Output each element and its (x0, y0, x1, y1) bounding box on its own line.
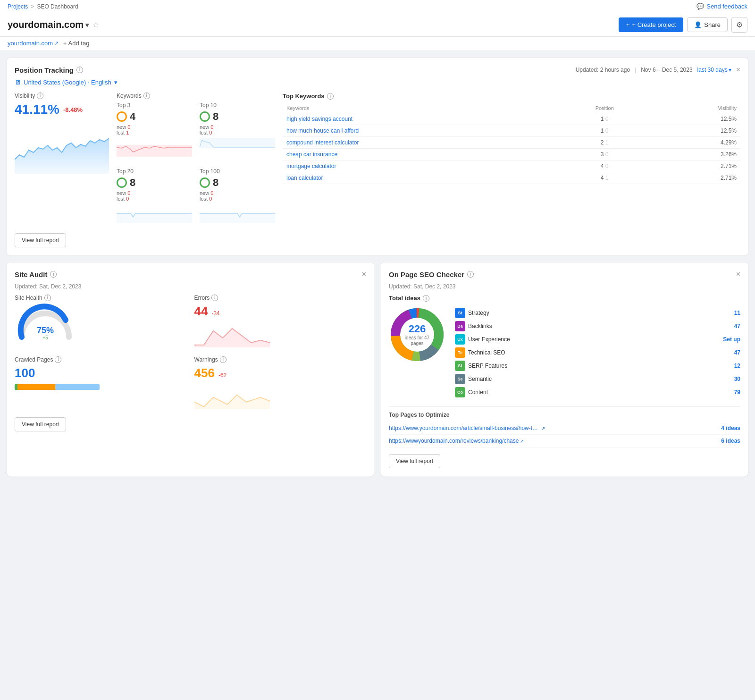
visibility-sparkline (15, 122, 109, 174)
sa-view-report-button[interactable]: View full report (15, 417, 66, 431)
top100-metric: Top 100 8 new 0 lost 0 (200, 168, 275, 227)
on-page-seo-title: On Page SEO Checker (389, 270, 464, 278)
donut-center: 226 ideas for 47 pages (405, 323, 429, 346)
legend-count[interactable]: Set up (723, 336, 740, 343)
errors-value: 44 (194, 304, 208, 319)
keyword-position: 4 0 (560, 160, 650, 172)
keyword-name[interactable]: cheap car insurance (283, 149, 560, 160)
location-chevron-icon: ▾ (114, 79, 117, 86)
top10-circle-icon (200, 111, 210, 122)
top-keywords-info-icon[interactable]: i (327, 93, 334, 100)
pt-view-report-label: View full report (22, 237, 59, 244)
on-page-seo-updated: Updated: Sat, Dec 2, 2023 (389, 283, 740, 290)
page-ideas-count[interactable]: 6 ideas (721, 438, 740, 444)
keyword-name[interactable]: loan calculator (283, 172, 560, 184)
visibility-number: 41.11% (15, 102, 59, 117)
keywords-info-icon[interactable]: i (143, 93, 150, 99)
site-audit-card: Site Audit i × Updated: Sat, Dec 2, 2023… (7, 262, 374, 476)
external-link-icon: ↗ (541, 426, 545, 431)
add-tag-button[interactable]: + Add tag (63, 40, 89, 47)
page-url[interactable]: https://wwwyourdomain.com/reviews/bankin… (389, 438, 721, 444)
visibility-info-icon[interactable]: i (37, 93, 43, 99)
legend-badge: Sf (455, 361, 465, 371)
breadcrumb-sep: > (31, 3, 34, 10)
top3-sub: new 0 (117, 124, 192, 130)
table-row: cheap car insurance 3 0 3.26% (283, 149, 740, 160)
crawled-pages-bar (15, 384, 100, 390)
keyword-name[interactable]: compound interest calculator (283, 137, 560, 149)
pt-view-report-button[interactable]: View full report (15, 233, 66, 247)
keyword-name[interactable]: how much house can i afford (283, 125, 560, 137)
top10-sub: new 0 (200, 124, 275, 130)
breadcrumb-current: SEO Dashboard (37, 3, 78, 10)
site-health-info-icon[interactable]: i (44, 295, 51, 301)
visibility-label: Visibility i (15, 93, 109, 99)
top3-value: 4 (130, 110, 135, 123)
position-tracking-info-icon[interactable]: i (76, 67, 83, 73)
site-health-change-text: +5 (42, 335, 48, 340)
last30-dropdown[interactable]: last 30 days ▾ (697, 67, 731, 73)
top100-value: 8 (213, 177, 218, 189)
site-audit-content: Site Health i 75% +5 (15, 295, 366, 411)
external-link-icon: ↗ (520, 439, 524, 444)
sub-bar: yourdomain.com ↗ + Add tag (0, 37, 755, 51)
domain-name: yourdomain.com (8, 19, 84, 30)
errors-metric: Errors i 44 -34 (194, 295, 367, 349)
errors-info-icon[interactable]: i (211, 295, 218, 301)
top20-new: 0 (127, 190, 130, 196)
legend-name: Technical SEO (468, 349, 734, 356)
top100-label: Top 100 (200, 168, 275, 175)
location-row[interactable]: 🖥 United States (Google) · English ▾ (15, 79, 740, 86)
legend-name: Content (468, 389, 734, 396)
breadcrumb-projects[interactable]: Projects (8, 3, 28, 10)
opsc-view-report-button[interactable]: View full report (389, 454, 440, 468)
legend-name: Backlinks (468, 323, 734, 329)
gear-icon: ⚙ (736, 21, 743, 29)
sa-view-report-label: View full report (22, 421, 59, 428)
top3-lost: 1 (126, 130, 129, 135)
legend-count: 47 (734, 349, 740, 356)
share-button[interactable]: 👤 Share (687, 17, 728, 32)
keyword-visibility: 12.5% (650, 125, 740, 137)
keyword-name[interactable]: mortgage calculator (283, 160, 560, 172)
keyword-position: 1 0 (560, 113, 650, 125)
top20-lost-row: lost 0 (117, 196, 192, 202)
site-audit-header: Site Audit i × (15, 270, 366, 278)
site-health-gauge: 75% +5 (15, 304, 71, 337)
total-ideas-label: Total ideas i (389, 295, 740, 302)
table-row: mortgage calculator 4 0 2.71% (283, 160, 740, 172)
visibility-value: 41.11% -8.48% (15, 102, 109, 117)
page-url[interactable]: https://www.yourdomain.com/article/small… (389, 425, 721, 431)
warnings-info-icon[interactable]: i (220, 356, 226, 363)
crawled-pages-info-icon[interactable]: i (55, 356, 61, 363)
plus-icon: + (626, 21, 630, 28)
keyword-name[interactable]: high yield savings account (283, 113, 560, 125)
on-page-seo-close-button[interactable]: × (736, 270, 740, 278)
total-ideas-info-icon[interactable]: i (423, 295, 429, 302)
svg-rect-2 (117, 212, 192, 223)
settings-button[interactable]: ⚙ (731, 17, 747, 33)
domain-link[interactable]: yourdomain.com ↗ (8, 40, 59, 47)
svg-rect-3 (200, 212, 275, 223)
legend-badge: Ba (455, 321, 465, 331)
site-audit-updated: Updated: Sat, Dec 2, 2023 (15, 283, 366, 290)
send-feedback-button[interactable]: 💬 Send feedback (696, 3, 747, 10)
position-tracking-close-button[interactable]: × (736, 66, 740, 74)
top100-sub: new 0 (200, 190, 275, 196)
keyword-visibility: 2.71% (650, 172, 740, 184)
page-ideas-count[interactable]: 4 ideas (721, 425, 740, 431)
keyword-position: 3 0 (560, 149, 650, 160)
create-project-button[interactable]: + + Create project (619, 17, 683, 32)
domain-chevron-icon: ▾ (85, 21, 89, 29)
domain-title[interactable]: yourdomain.com ▾ (8, 19, 89, 30)
opsc-view-report-label: View full report (396, 458, 433, 464)
site-audit-close-button[interactable]: × (362, 270, 366, 278)
top-pages-label: Top Pages to Optimize (389, 412, 740, 418)
top3-circle-icon (117, 111, 127, 122)
legend-row: Co Content 79 (455, 386, 740, 399)
site-health-value-text: 75% (37, 326, 54, 335)
site-audit-info-icon[interactable]: i (50, 271, 57, 278)
legend-count: 12 (734, 363, 740, 369)
star-icon[interactable]: ☆ (92, 20, 99, 29)
on-page-seo-info-icon[interactable]: i (467, 271, 474, 278)
